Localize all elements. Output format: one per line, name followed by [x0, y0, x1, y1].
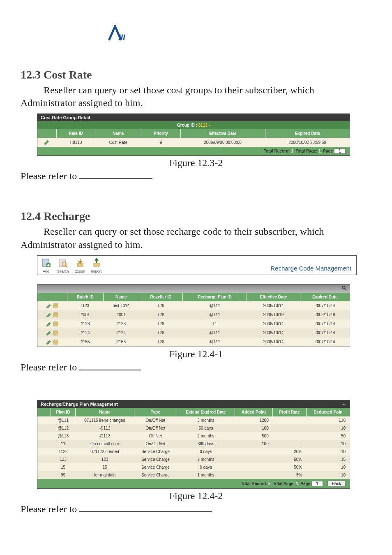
search-icon: [58, 257, 68, 268]
col-blank: [37, 129, 57, 138]
toolbar-search[interactable]: Search: [57, 257, 69, 273]
figure-12-4-2-caption: Figure 12.4-2: [21, 490, 371, 502]
col-expired-date: Expired Date: [300, 293, 350, 301]
cost-rate-screenshot: Cost Rate Group Detail Group ID : 8113 -…: [37, 113, 350, 156]
table-row: #001#001128@1112006/10/192008/10/19: [37, 310, 350, 319]
detail-icon: [53, 339, 59, 345]
cell-name: #155: [103, 338, 139, 347]
search-corner: [37, 284, 350, 293]
row-icons[interactable]: [37, 328, 67, 338]
cell-plan-id: @111: [51, 416, 76, 424]
back-button[interactable]: Back: [327, 481, 346, 487]
col-batch-id: Batch ID: [67, 293, 104, 301]
paragraph-12-3-text: Reseller can query or set those cost gro…: [21, 85, 314, 108]
cell-name: @112: [76, 424, 134, 432]
cell-plan-id: 1122: [51, 448, 76, 456]
col-type: Type: [134, 408, 177, 416]
cell-ext: 3 months: [177, 416, 235, 424]
group-id-label: Group ID :: [177, 123, 198, 127]
cell-reseller: 128: [139, 338, 182, 347]
search-corner-icon[interactable]: [341, 285, 347, 291]
cell-exp: 2007/10/14: [300, 328, 350, 338]
toolbar-import[interactable]: Import: [91, 257, 102, 273]
recharge-code-table: Batch ID Name Reseller ID Recharge Plan …: [37, 293, 350, 347]
cost-rate-footer: Total Record: 1 Total Page: 1 Page: [37, 147, 350, 155]
import-icon: [91, 257, 102, 268]
cell-plan: @111: [182, 301, 247, 310]
cell-eff: 2006/10/14: [247, 319, 300, 328]
cell-ext: 0 days: [177, 448, 235, 456]
refer-link-3[interactable]: [79, 502, 212, 512]
plan-page-input[interactable]: [311, 481, 323, 486]
cell-blank: [37, 416, 51, 424]
cell-name: 071115 irene changed: [76, 416, 134, 424]
svg-line-9: [345, 289, 346, 290]
table-row: 99for maintainService Charge1 months3%10: [37, 471, 350, 479]
figure-12-3-2-caption: Figure 12.3-2: [21, 157, 371, 169]
cell-plan-id: 11: [51, 440, 76, 448]
cell-deduct: 10: [306, 463, 350, 471]
toolbar-export[interactable]: Export: [75, 257, 85, 273]
plan-total-page-label: Total Page:: [273, 481, 295, 486]
recharge-code-screenshot: Batch ID Name Reseller ID Recharge Plan …: [37, 284, 350, 347]
col-expired: Expired Date: [265, 129, 350, 138]
plan-footer: Total Record: 8 Total Page: 1 Page Back: [37, 479, 350, 488]
cell-priority: 9: [141, 138, 180, 147]
cell-batch: !123: [67, 301, 104, 310]
col-reseller-id: Reseller ID: [139, 293, 182, 301]
table-row: 123123Service Charge2 months50%15: [37, 456, 350, 463]
cell-deduct: 50: [306, 432, 350, 440]
table-row: #155#155128@1112006/10/142007/10/14: [37, 338, 350, 347]
plan-total-record-label: Total Record:: [241, 481, 267, 486]
row-icons[interactable]: [37, 310, 67, 319]
toolbar-add[interactable]: Add: [41, 257, 51, 273]
cell-type: On/Off Net: [134, 424, 177, 432]
cell-plan-id: 15: [51, 463, 76, 471]
back-arrow-icon[interactable]: ←: [342, 402, 346, 407]
svg-text:III: III: [118, 33, 125, 42]
refer-text-1: Please refer to: [21, 171, 79, 181]
col-effective: Effective Date: [180, 129, 265, 138]
cell-exp: 2008/10/19: [300, 310, 350, 319]
row-icons[interactable]: [37, 301, 67, 310]
cell-added: 1200: [235, 416, 273, 424]
cell-name: #123: [103, 319, 139, 328]
cell-profit: 50%: [273, 463, 306, 471]
row-icons[interactable]: [37, 319, 67, 328]
page-input[interactable]: [334, 148, 346, 154]
cell-name: On net call user: [76, 440, 134, 448]
cell-profit: [273, 424, 306, 432]
cell-name: #124: [103, 328, 139, 338]
logo-area: III: [21, 25, 371, 44]
cell-type: Service Charge: [134, 463, 177, 471]
cell-deduct: 10: [306, 448, 350, 456]
total-record-label: Total Record:: [264, 149, 290, 153]
cell-deduct: 10: [306, 440, 350, 448]
add-icon: [41, 257, 51, 268]
row-icons[interactable]: [37, 338, 67, 347]
figure-12-4-1-caption: Figure 12.4-1: [21, 349, 371, 360]
cell-type: On/Off Net: [134, 416, 177, 424]
total-page-value: 1: [318, 149, 321, 153]
edit-cell[interactable]: [37, 138, 57, 147]
cell-eff: 2006/10/19: [247, 310, 300, 319]
refer-link-2[interactable]: [79, 361, 141, 370]
toolbar-search-label: Search: [57, 269, 69, 273]
col-priority: Priority: [141, 129, 180, 138]
cell-rate-id: H8113: [57, 138, 95, 147]
col-added-point: Added Point: [235, 408, 273, 416]
col-recharge-plan-id: Recharge Plan ID: [182, 293, 247, 301]
table-row: 11On net call userOn/Off Net360 days1001…: [37, 440, 350, 448]
table-row: !123test 1014128@1112006/10/142007/10/14: [37, 301, 350, 310]
col-name: Name: [95, 129, 141, 138]
export-icon: [75, 257, 85, 268]
cell-deduct: 118: [306, 416, 350, 424]
edit-icon: [46, 321, 52, 327]
cell-reseller: 128: [139, 310, 182, 319]
total-page-label: Total Page:: [295, 149, 317, 153]
cell-effective: 2006/09/06 00:00:00: [180, 138, 265, 147]
refer-link-1[interactable]: [79, 169, 152, 179]
col-blank: [37, 293, 67, 301]
table-row: @112@112On/Off Net50 days10010: [37, 424, 350, 432]
cell-ext: 2 months: [177, 456, 235, 463]
